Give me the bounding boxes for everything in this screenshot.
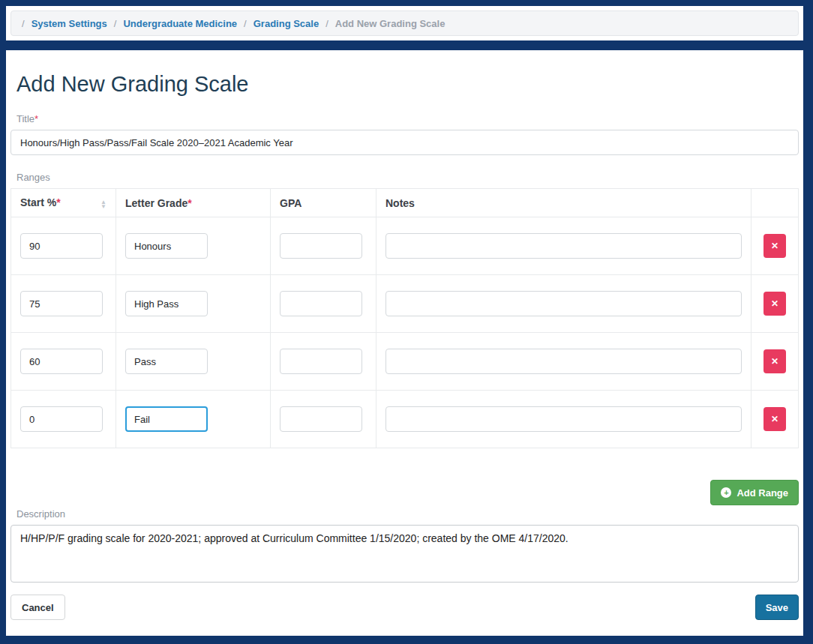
notes-input[interactable] [386,406,742,432]
breadcrumb-item-current: Add New Grading Scale [335,18,446,29]
range-row-4: ✕ [11,391,799,448]
ranges-label: Ranges [16,172,793,183]
breadcrumb-separator: / [244,18,247,29]
gpa-input[interactable] [280,233,362,259]
notes-input[interactable] [386,349,742,374]
required-marker: * [56,196,60,208]
letter-grade-input[interactable] [125,233,208,259]
main-content: Add New Grading Scale Title* Ranges ▲ ▼ … [6,72,803,620]
add-range-button[interactable]: + Add Range [710,480,799,505]
column-header-gpa: GPA [271,189,376,217]
delete-row-button[interactable]: ✕ [764,292,786,316]
breadcrumb-item-undergraduate-medicine[interactable]: Undergraduate Medicine [123,18,237,29]
letter-grade-input[interactable] [125,291,208,316]
title-input[interactable] [10,130,799,155]
notes-input[interactable] [386,233,742,259]
required-marker: * [188,197,191,209]
title-field-label: Title* [16,113,793,124]
breadcrumb-separator: / [22,18,25,29]
add-range-row: + Add Range [10,480,799,505]
delete-row-button[interactable]: ✕ [764,349,786,373]
gpa-input[interactable] [280,406,362,432]
ranges-table: ▲ ▼ Start %* Letter Grade* GPA Notes [10,188,799,448]
delete-icon: ✕ [771,356,778,367]
delete-icon: ✕ [771,414,778,424]
column-header-start-percent[interactable]: ▲ ▼ Start %* [11,189,116,217]
page-title: Add New Grading Scale [16,72,793,97]
delete-icon: ✕ [771,241,778,251]
plus-circle-icon: + [721,487,731,498]
breadcrumb-item-grading-scale[interactable]: Grading Scale [254,18,319,29]
column-header-label: GPA [280,197,302,209]
breadcrumb: / System Settings / Undergraduate Medici… [10,10,799,36]
cancel-button[interactable]: Cancel [10,595,65,620]
header-divider-band [6,40,803,50]
column-header-label: Letter Grade [125,197,188,209]
required-marker: * [34,113,38,124]
range-row-3: ✕ [11,333,799,391]
plus-glyph: + [724,489,728,497]
column-header-actions [752,189,799,217]
title-label-text: Title [16,113,34,124]
notes-input[interactable] [386,291,742,316]
start-percent-input[interactable] [20,349,103,374]
start-percent-input[interactable] [20,291,103,316]
breadcrumb-separator: / [326,18,328,29]
breadcrumb-item-system-settings[interactable]: System Settings [32,18,107,29]
column-header-letter-grade: Letter Grade* [116,189,271,217]
add-range-label: Add Range [736,487,788,499]
delete-row-button[interactable]: ✕ [764,407,786,431]
letter-grade-input[interactable] [125,349,208,374]
description-label: Description [16,508,793,520]
range-row-2: ✕ [11,275,799,333]
column-header-label: Start % [20,196,56,208]
column-header-notes: Notes [376,189,752,217]
letter-grade-input-focused[interactable] [125,406,208,432]
description-textarea[interactable] [10,525,799,583]
gpa-input[interactable] [280,291,362,316]
start-percent-input[interactable] [20,233,103,259]
app-window: / System Settings / Undergraduate Medici… [0,0,813,644]
range-row-1: ✕ [11,217,799,275]
sort-icon[interactable]: ▲ ▼ [100,200,106,209]
sort-down-arrow: ▼ [100,205,106,209]
column-header-label: Notes [386,197,415,209]
save-button[interactable]: Save [755,595,799,620]
top-bar: / System Settings / Undergraduate Medici… [6,6,803,40]
delete-icon: ✕ [771,298,778,309]
ranges-header-row: ▲ ▼ Start %* Letter Grade* GPA Notes [11,189,799,217]
gpa-input[interactable] [280,349,362,374]
footer-actions: Cancel Save [10,595,799,620]
start-percent-input[interactable] [20,406,103,432]
delete-row-button[interactable]: ✕ [764,234,786,258]
breadcrumb-separator: / [114,18,117,29]
